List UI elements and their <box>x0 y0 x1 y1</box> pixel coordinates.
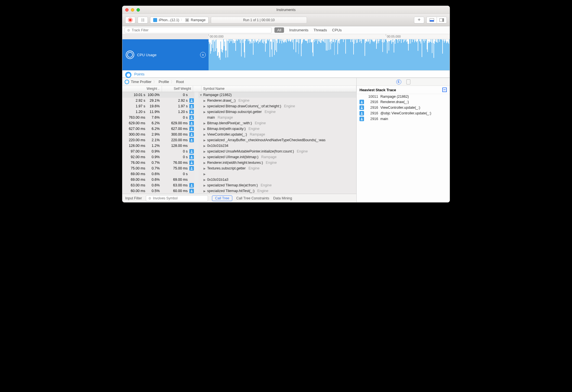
target-selector[interactable]: iPhon...(12.1) 〉 ▦ Rampage <box>150 17 209 23</box>
disclosure-triangle-icon[interactable]: ▶ <box>203 161 206 164</box>
column-self-weight[interactable]: Self Weight <box>162 86 193 92</box>
svg-point-11 <box>191 167 192 168</box>
disclosure-triangle-icon[interactable]: ▶ <box>203 184 206 187</box>
module-name: Engine <box>266 161 277 165</box>
tree-row[interactable]: 629.00 ms6.2%629.00 ms▶Bitmap.blendPixel… <box>122 120 356 126</box>
disclosure-triangle-icon[interactable]: ▶ <box>203 173 206 176</box>
chevron-down-icon: ⌄ <box>158 88 160 90</box>
user-code-icon <box>359 117 364 121</box>
disclosure-triangle-icon[interactable]: ▶ <box>203 178 206 181</box>
segment-threads[interactable]: Threads <box>313 28 327 32</box>
symbol-name: specialized Bitmap.drawColumn(_:of:at:he… <box>207 104 281 108</box>
disclosure-triangle-icon[interactable]: ▶ <box>203 122 206 125</box>
stack-row[interactable]: 10011Rampage (21862) <box>357 94 450 99</box>
tree-row[interactable]: 69.00 ms0.6%0 s▶ <box>122 171 356 177</box>
collapse-icon[interactable] <box>442 88 447 92</box>
time-ruler[interactable]: 00:00.00000:05.000 <box>209 34 450 39</box>
module-name: Engine <box>255 121 266 125</box>
stack-symbol: Renderer.draw(_:) <box>380 100 409 104</box>
points-label: Points <box>134 72 144 76</box>
module-name: Engine <box>297 149 308 153</box>
call-tree-button[interactable]: Call Tree <box>212 195 232 201</box>
segment-cpus[interactable]: CPUs <box>332 28 342 32</box>
stack-count: 2916 <box>366 111 378 115</box>
involves-symbol-field[interactable]: ⊜ <box>146 195 208 201</box>
segment-instruments[interactable]: Instruments <box>289 28 308 32</box>
add-track-button[interactable]: + <box>200 52 206 58</box>
column-symbol[interactable]: Symbol Name <box>201 86 356 92</box>
svg-point-15 <box>361 106 362 108</box>
tree-row[interactable]: 69.00 ms0.6%69.00 ms▶0x10c01b1a3 <box>122 177 356 182</box>
tree-row[interactable]: 2.92 s29.1%2.92 s▶Renderer.draw(_:)Engin… <box>122 98 356 103</box>
data-mining-button[interactable]: Data Mining <box>273 196 292 200</box>
disclosure-triangle-icon[interactable]: ▶ <box>203 127 206 130</box>
tree-row[interactable]: 1.97 s19.6%1.97 s▶specialized Bitmap.dra… <box>122 103 356 109</box>
disclosure-triangle-icon[interactable]: ▶ <box>203 156 206 159</box>
tree-row[interactable]: 75.00 ms0.7%75.00 ms▶Textures.subscript.… <box>122 165 356 171</box>
symbol-name: ViewController.update(_:) <box>207 132 247 136</box>
disclosure-triangle-icon[interactable]: ▼ <box>200 93 202 97</box>
tree-row[interactable]: 1.20 s11.9%1.20 s▶specialized Bitmap.sub… <box>122 109 356 115</box>
stack-row[interactable]: 2916Renderer.draw(_:) <box>357 99 450 105</box>
tree-row[interactable]: 763.00 ms7.6%0 smainRampage <box>122 115 356 120</box>
disclosure-triangle-icon[interactable]: ▶ <box>203 144 206 147</box>
add-instrument-button[interactable]: + <box>414 17 424 23</box>
record-button[interactable] <box>125 17 135 23</box>
symbol-name: Textures.subscript.getter <box>207 166 246 170</box>
tree-row[interactable]: 76.00 ms0.7%76.00 ms▶Renderer.init(width… <box>122 160 356 165</box>
svg-point-1 <box>191 105 192 106</box>
stack-row[interactable]: 2916@objc ViewController.update(_:) <box>357 110 450 116</box>
disclosure-triangle-icon[interactable]: ▶ <box>203 150 206 153</box>
points-track[interactable]: ⬤ Points <box>122 70 450 78</box>
filter-bar: ⊜ All Instruments Threads CPUs <box>122 26 450 34</box>
disclosure-triangle-icon[interactable]: ▶ <box>203 139 206 142</box>
stack-row[interactable]: 2916ViewController.update(_:) <box>357 105 450 110</box>
right-panel-toggle[interactable] <box>437 17 447 23</box>
timeline-area: 00:00.00000:05.000 CPU Usage + ⬤ Points <box>122 34 450 78</box>
disclosure-triangle-icon[interactable]: ▶ <box>203 190 206 193</box>
tree-row[interactable]: 10.01 s100.0%0 s▼Rampage (21862) <box>122 92 356 98</box>
tree-row[interactable]: 627.00 ms6.2%627.00 ms▶Bitmap.tint(with:… <box>122 126 356 132</box>
stack-title-label: Heaviest Stack Trace <box>359 88 396 92</box>
column-weight[interactable]: Weight⌄ <box>122 86 162 92</box>
symbol-name: 0x10c01b234 <box>207 144 228 148</box>
user-code-icon <box>189 121 194 125</box>
tree-row[interactable]: 63.00 ms0.6%63.00 ms▶specialized Tilemap… <box>122 182 356 188</box>
user-code-icon <box>189 166 194 171</box>
call-tree-constraints-button[interactable]: Call Tree Constraints <box>236 196 269 200</box>
user-code-icon <box>189 149 194 154</box>
track-filter-input[interactable] <box>132 28 269 32</box>
run-info-tab[interactable] <box>406 79 410 84</box>
track-filter-field[interactable]: ⊜ <box>125 27 272 33</box>
pause-button[interactable] <box>138 17 148 23</box>
involves-symbol-input[interactable] <box>153 196 205 200</box>
call-tree[interactable]: 10.01 s100.0%0 s▼Rampage (21862)2.92 s29… <box>122 92 356 194</box>
tree-row[interactable]: 92.00 ms0.9%0 s▶specialized UIImage.init… <box>122 154 356 160</box>
tree-row[interactable]: 60.00 ms0.5%60.00 ms▶specialized Tilemap… <box>122 188 356 194</box>
disclosure-triangle-icon[interactable]: ▶ <box>203 133 206 136</box>
breadcrumb-item[interactable]: Profile <box>159 80 169 84</box>
symbol-name: specialized Tilemap.hitTest(_:) <box>207 189 254 193</box>
bottom-panel-toggle[interactable] <box>426 17 437 23</box>
tree-row[interactable]: 300.00 ms2.9%300.00 ms▶ViewController.up… <box>122 132 356 137</box>
breadcrumb-item[interactable]: Root <box>176 80 184 84</box>
cpu-track-label[interactable]: CPU Usage + <box>122 39 209 70</box>
user-code-icon <box>189 98 194 103</box>
segment-all[interactable]: All <box>274 27 284 33</box>
tree-row[interactable]: 220.00 ms2.1%220.00 ms▶specialized _Arra… <box>122 137 356 143</box>
tree-row[interactable]: 97.00 ms0.9%0 s▶specialized UnsafeMutabl… <box>122 149 356 154</box>
window-title: Instruments <box>122 8 450 12</box>
disclosure-triangle-icon[interactable]: ▶ <box>203 105 206 108</box>
disclosure-triangle-icon[interactable]: ▶ <box>203 110 206 114</box>
detail-area: Time Profiler 〉 Profile 〉 Root Weight⌄ S… <box>122 78 450 202</box>
cpu-graph[interactable] <box>209 39 450 70</box>
tree-row[interactable]: 128.00 ms1.2%128.00 ms▶0x10c01b234 <box>122 143 356 149</box>
disclosure-triangle-icon[interactable]: ▶ <box>203 99 206 102</box>
breadcrumb-item[interactable]: Time Profiler <box>131 80 151 84</box>
disclosure-triangle-icon[interactable]: ▶ <box>203 167 206 170</box>
extended-detail-tab[interactable]: E <box>396 79 401 84</box>
run-status: Run 1 of 1 | 00:00:10 <box>211 17 307 23</box>
module-name: Rampage <box>261 155 276 159</box>
module-name: Engine <box>257 189 268 193</box>
stack-row[interactable]: 2916main <box>357 116 450 122</box>
